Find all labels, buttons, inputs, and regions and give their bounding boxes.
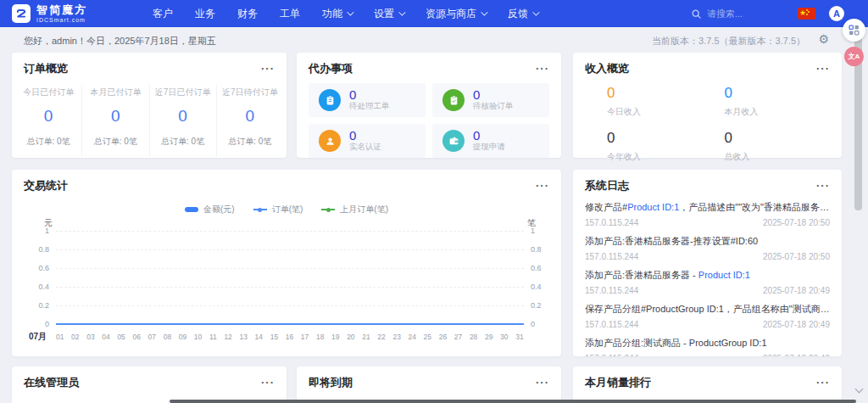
x-axis-label: 04: [102, 333, 109, 341]
logo-icon: [12, 4, 31, 23]
card-title: 交易统计: [24, 178, 68, 193]
log-link[interactable]: Product ID:1: [698, 270, 750, 280]
x-axis-label: 19: [331, 333, 339, 341]
log-entry: 添加产品:香港精品服务器-推荐设置#ID:60 157.0.115.244202…: [585, 232, 830, 266]
legend-orders[interactable]: 订单(笔): [253, 204, 303, 215]
x-axis-label: 07: [148, 333, 156, 341]
order-stat-7day-unpaid: 近7日待付订单 0 总订单: 0笔: [217, 85, 283, 156]
nav-item-business[interactable]: 业务: [195, 7, 215, 21]
x-axis-label: 10: [194, 333, 202, 341]
todo-realname-auth[interactable]: 0 实名认证: [309, 124, 426, 158]
todo-card: 代办事项 ··· 0 待处理工单 0 待核验订单: [297, 53, 561, 158]
greeting-text: 您好，admin！今日，2025年7月18日，星期五: [24, 35, 216, 48]
x-axis-label: 28: [470, 333, 477, 341]
x-axis-labels: 0102030405060708091011121314151617181920…: [56, 333, 524, 341]
gridline: [56, 249, 524, 250]
search-box: [691, 8, 784, 20]
more-icon[interactable]: ···: [816, 182, 830, 189]
monthly-sales-rank-card: 本月销量排行 ···: [573, 367, 842, 403]
gear-icon[interactable]: ⚙: [818, 32, 829, 46]
legend-amount[interactable]: 金额(元): [185, 204, 235, 215]
card-title: 收入概览: [585, 61, 629, 76]
x-axis-label: 25: [424, 333, 431, 341]
nav-menu: 客户 业务 财务 工单 功能 设置 资源与商店 反馈: [153, 7, 537, 21]
series-line: [56, 323, 524, 325]
transaction-stats-card: 交易统计 ··· 金额(元) 订单(笔) 上月订单(笔) 元 笔 110.80.…: [12, 170, 561, 356]
x-axis-label: 11: [209, 333, 217, 341]
user-icon: [319, 130, 341, 152]
log-time: 2025-07-18 20:49: [763, 320, 830, 329]
x-axis-label: 03: [86, 333, 94, 341]
nav-item-tickets[interactable]: 工单: [280, 7, 300, 21]
horizontal-scrollbar[interactable]: [170, 400, 856, 403]
nav-item-finance[interactable]: 财务: [237, 7, 258, 21]
more-icon[interactable]: ···: [536, 65, 549, 72]
chevron-down-icon: [398, 8, 405, 15]
search-input[interactable]: [707, 8, 780, 19]
order-stat-7day-paid: 近7日已付订单 0 总订单: 0笔: [150, 85, 217, 156]
clipboard-icon: [319, 89, 341, 111]
order-overview-card: 订单概览 ··· 今日已付订单 0 总订单: 0笔 本月已付订单 0 总订单: …: [12, 53, 287, 158]
log-list: 修改产品#Product ID:1，产品描述由""改为"香港精品服务器商品描述"…: [573, 199, 842, 356]
x-axis-label: 15: [270, 333, 278, 341]
line-swatch-icon: [253, 209, 267, 210]
line-swatch-icon: [321, 209, 335, 210]
scroll-down-icon[interactable]: [855, 385, 864, 394]
qr-code-button[interactable]: [843, 19, 865, 42]
log-link[interactable]: Product ID:1: [627, 202, 679, 212]
income-today: 0 今日收入: [607, 85, 725, 118]
y-axis-tick: 0.2: [38, 301, 49, 310]
y-axis-tick: 0.8: [38, 245, 49, 254]
avatar[interactable]: A: [829, 6, 844, 21]
x-axis-label: 31: [515, 333, 523, 341]
x-axis-label: 17: [301, 333, 309, 341]
income-year: 0 今年收入: [607, 130, 725, 163]
top-nav: 智简魔方 IDCSmart.com 客户 业务 财务 工单 功能 设置 资源与商…: [0, 0, 868, 27]
card-title: 在线管理员: [24, 375, 79, 390]
y-axis-tick: 0.4: [531, 283, 542, 291]
todo-withdraw-requests[interactable]: 0 提现申请: [432, 124, 549, 158]
translate-icon: 文A: [849, 52, 860, 61]
x-axis-label: 01: [56, 333, 64, 341]
more-icon[interactable]: ···: [816, 65, 830, 72]
more-icon[interactable]: ···: [536, 379, 549, 386]
x-axis-label: 02: [71, 333, 79, 341]
nav-item-functions[interactable]: 功能: [322, 7, 352, 21]
nav-item-customers[interactable]: 客户: [153, 7, 173, 21]
brand-logo[interactable]: 智简魔方 IDCSmart.com: [12, 4, 153, 23]
nav-item-resources-store[interactable]: 资源与商店: [426, 7, 486, 21]
todo-pending-tickets[interactable]: 0 待处理工单: [309, 83, 426, 117]
language-flag-icon[interactable]: ★: [798, 8, 815, 20]
x-axis-label: 30: [500, 333, 508, 341]
more-icon[interactable]: ···: [536, 182, 549, 189]
gridline: [56, 268, 524, 269]
qr-code-icon: [849, 25, 860, 36]
log-entry: 修改产品#Product ID:1，产品描述由""改为"香港精品服务器商品描述"…: [585, 199, 830, 232]
nav-item-settings[interactable]: 设置: [374, 7, 403, 21]
version-text: 当前版本：3.7.5（最新版本：3.7.5）: [652, 35, 805, 48]
wallet-icon: [442, 130, 465, 152]
nav-item-feedback[interactable]: 反馈: [508, 7, 537, 21]
log-time: 2025-07-18 20:49: [763, 286, 830, 295]
x-axis-label: 22: [377, 333, 385, 341]
x-axis-label: 16: [286, 333, 293, 341]
todo-orders-to-verify[interactable]: 0 待核验订单: [432, 83, 549, 117]
y-axis-tick: 0.8: [531, 245, 542, 254]
more-icon[interactable]: ···: [816, 379, 830, 386]
legend-lastmonth-orders[interactable]: 上月订单(笔): [321, 204, 388, 215]
expiring-soon-card: 即将到期 ···: [297, 367, 561, 403]
card-title: 本月销量排行: [585, 375, 651, 390]
chart-plot-area: 元 笔 110.80.80.60.60.40.40.20.200: [56, 231, 524, 324]
dashboard-page: 智简魔方 IDCSmart.com 客户 业务 财务 工单 功能 设置 资源与商…: [0, 0, 868, 403]
card-title: 系统日志: [585, 178, 629, 193]
translate-button[interactable]: 文A: [844, 47, 864, 66]
more-icon[interactable]: ···: [261, 65, 275, 72]
x-axis-label: 08: [164, 333, 171, 341]
y-axis-tick: 0.6: [531, 264, 542, 272]
income-overview-card: 收入概览 ··· 0 今日收入 0 本月收入 0 今年收入 0 总收入: [573, 53, 842, 158]
brand-subtitle: IDCSmart.com: [36, 17, 87, 23]
card-title: 即将到期: [309, 375, 353, 390]
online-admins-card: 在线管理员 ··· 在线人数: 1: [12, 367, 287, 403]
more-icon[interactable]: ···: [261, 379, 275, 386]
gridline: [56, 305, 524, 306]
